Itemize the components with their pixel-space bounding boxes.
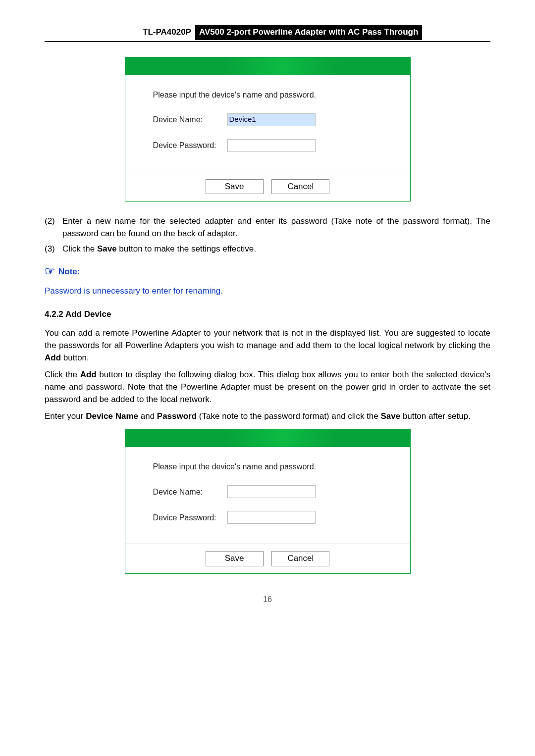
step-text: Enter a new name for the selected adapte…: [62, 215, 490, 240]
para-3: Enter your Device Name and Password (Tak…: [45, 410, 490, 423]
bold-devicename: Device Name: [86, 411, 138, 421]
product-label: AV500 2-port Powerline Adapter with AC P…: [195, 25, 422, 40]
step-number: (3): [45, 243, 62, 255]
step-3: (3) Click the Save button to make the se…: [45, 243, 490, 255]
doc-header: TL-PA4020P AV500 2-port Powerline Adapte…: [45, 25, 490, 42]
section-title: 4.2.2 Add Device: [45, 308, 490, 321]
dialog-prompt: Please input the device's name and passw…: [153, 461, 382, 472]
text-frag: and: [138, 411, 157, 421]
bold-save: Save: [380, 411, 400, 421]
text-frag: Click the: [45, 370, 80, 379]
device-name-input[interactable]: [227, 485, 316, 498]
step-2: (2) Enter a new name for the selected ad…: [45, 215, 490, 240]
dialog-titlebar: [125, 57, 410, 75]
bold-password: Password: [157, 411, 197, 421]
save-button[interactable]: Save: [206, 551, 264, 566]
device-name-label: Device Name:: [153, 486, 227, 498]
step-text: Click the Save button to make the settin…: [62, 243, 490, 255]
note-body: Password is unnecessary to enter for ren…: [45, 285, 490, 298]
text-frag: You can add a remote Powerline Adapter t…: [45, 328, 490, 350]
para-2: Click the Add button to display the foll…: [45, 369, 490, 405]
text-frag: (Take note to the password format) and c…: [197, 411, 380, 421]
note-label: Note:: [58, 267, 80, 276]
dialog-prompt: Please input the device's name and passw…: [153, 89, 382, 101]
text-frag: Click the: [62, 244, 97, 253]
device-password-input[interactable]: [227, 139, 316, 152]
device-password-label: Device Password:: [153, 140, 227, 151]
device-name-label: Device Name:: [153, 114, 227, 125]
text-frag: Enter your: [45, 411, 86, 421]
text-frag: button.: [61, 353, 89, 362]
cancel-button[interactable]: Cancel: [271, 179, 329, 195]
dialog-device: Please input the device's name and passw…: [125, 57, 411, 202]
text-frag: button to display the following dialog b…: [45, 370, 490, 403]
device-name-input[interactable]: Device1: [227, 113, 316, 126]
device-password-input[interactable]: [227, 511, 316, 524]
text-frag: button after setup.: [400, 411, 471, 421]
cancel-button[interactable]: Cancel: [271, 551, 329, 566]
bold-add: Add: [80, 370, 97, 379]
dialog-device: Please input the device's name and passw…: [125, 429, 411, 574]
save-button[interactable]: Save: [206, 179, 264, 195]
para-1: You can add a remote Powerline Adapter t…: [45, 327, 490, 364]
model-label: TL-PA4020P: [139, 25, 195, 40]
dialog-titlebar: [125, 429, 410, 447]
bold-add: Add: [45, 353, 61, 362]
hand-icon: ☞: [45, 264, 55, 278]
step-number: (2): [45, 215, 62, 240]
text-frag: button to make the settings effective.: [117, 244, 256, 253]
page-number: 16: [45, 594, 490, 605]
device-password-label: Device Password:: [153, 512, 227, 523]
bold-save: Save: [97, 244, 117, 253]
note-heading: ☞Note:: [45, 263, 490, 280]
